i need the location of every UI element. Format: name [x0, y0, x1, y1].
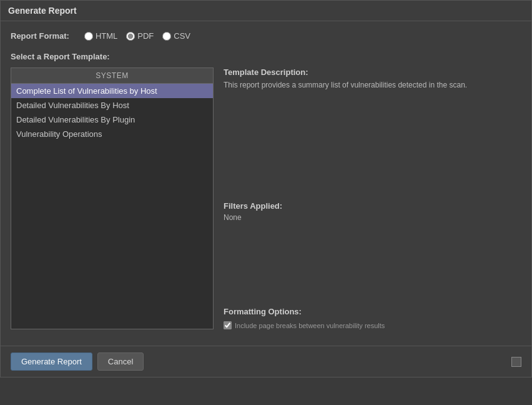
template-item-4[interactable]: Vulnerability Operations [11, 127, 213, 141]
template-description-title: Template Description: [224, 68, 521, 77]
generate-report-button[interactable]: Generate Report [11, 352, 92, 371]
template-description-text: This report provides a summary list of v… [224, 79, 521, 91]
filters-title: Filters Applied: [224, 201, 521, 211]
template-item-2[interactable]: Detailed Vulnerabilities By Host [11, 98, 213, 112]
format-csv-label: CSV [174, 31, 190, 41]
format-html-radio[interactable] [84, 32, 93, 41]
dialog-title: Generate Report [1, 1, 531, 21]
footer-icon [511, 357, 521, 367]
template-item-3[interactable]: Detailed Vulnerabilities By Plugin [11, 112, 213, 127]
formatting-section: Formatting Options: Include page breaks … [224, 307, 521, 329]
format-radio-group: HTML PDF CSV [84, 31, 190, 41]
page-breaks-checkbox[interactable] [224, 321, 232, 329]
template-description-section: Template Description: This report provid… [224, 68, 521, 91]
format-csv-option[interactable]: CSV [162, 31, 190, 41]
formatting-title: Formatting Options: [224, 307, 521, 316]
list-header: SYSTEM [11, 68, 213, 84]
right-panel: Template Description: This report provid… [214, 68, 521, 329]
dialog-footer: Generate Report Cancel [1, 346, 531, 377]
format-html-option[interactable]: HTML [84, 31, 117, 41]
format-label: Report Format: [11, 31, 69, 41]
format-pdf-label: PDF [137, 31, 154, 41]
generate-report-dialog: Generate Report Report Format: HTML PDF … [0, 0, 532, 378]
template-list: Complete List of Vulnerabilities by Host… [11, 84, 213, 141]
cancel-button[interactable]: Cancel [97, 352, 144, 371]
format-row: Report Format: HTML PDF CSV [11, 31, 521, 41]
filters-section: Filters Applied: None [224, 201, 521, 222]
main-area: SYSTEM Complete List of Vulnerabilities … [11, 68, 521, 329]
template-item-1[interactable]: Complete List of Vulnerabilities by Host [11, 84, 213, 98]
formatting-checkbox-row: Include page breaks between vulnerabilit… [224, 321, 521, 329]
list-empty-area [11, 141, 213, 329]
format-csv-radio[interactable] [162, 32, 171, 41]
template-list-container: SYSTEM Complete List of Vulnerabilities … [11, 68, 214, 329]
format-pdf-radio[interactable] [126, 32, 135, 41]
format-html-label: HTML [96, 31, 117, 41]
format-pdf-option[interactable]: PDF [126, 31, 154, 41]
page-breaks-label: Include page breaks between vulnerabilit… [235, 322, 385, 329]
dialog-body: Report Format: HTML PDF CSV Select a Rep… [1, 21, 531, 339]
filters-value: None [224, 213, 521, 222]
select-template-label: Select a Report Template: [11, 52, 521, 61]
